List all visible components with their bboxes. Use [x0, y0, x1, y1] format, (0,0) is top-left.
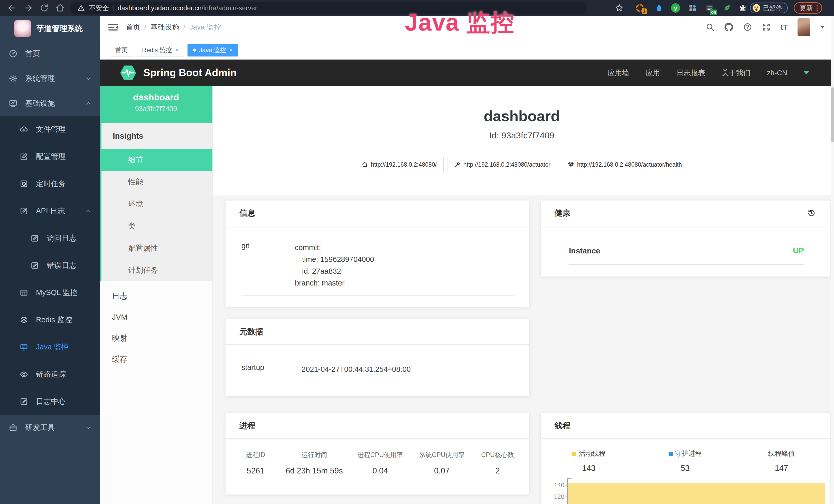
sba-nav-classes[interactable]: 类: [102, 215, 213, 237]
extension-leaf-icon[interactable]: [723, 3, 732, 13]
active-threads-area: [568, 483, 825, 504]
process-table-header: 进程ID 运行时间 进程CPU使用率 系统CPU使用率 CPU核心数: [231, 451, 524, 459]
sidebar-item-trace[interactable]: 链路追踪: [0, 361, 100, 388]
sba-nav-caches[interactable]: 缓存: [100, 349, 213, 370]
sba-nav-scheduled[interactable]: 计划任务: [102, 259, 213, 281]
instance-links: http://192.168.0.2:48080/ http://192.168…: [213, 157, 831, 172]
sba-sidebar: dashboard 93a3fc7f7409 Insights 细节 性能 环境…: [100, 86, 213, 504]
sba-nav-configprops[interactable]: 配置属性: [102, 237, 213, 259]
sba-nav-jvm[interactable]: JVM: [100, 306, 213, 328]
profile-paused-badge[interactable]: 已暂停: [750, 3, 788, 13]
browser-update-button[interactable]: 更新: [794, 2, 822, 14]
sba-nav-about[interactable]: 关于我们: [722, 68, 750, 78]
sba-instance-block[interactable]: dashboard 93a3fc7f7409: [100, 86, 213, 123]
extension-green-circle-icon[interactable]: y: [671, 3, 680, 13]
sidebar-item-java-monitor[interactable]: Java 监控: [0, 334, 100, 361]
close-icon[interactable]: [175, 47, 178, 53]
close-icon[interactable]: [229, 47, 233, 53]
sba-brand-title[interactable]: Spring Boot Admin: [143, 67, 237, 78]
extension-on-badge: on: [710, 9, 717, 15]
sidebar-item-home[interactable]: 首页: [0, 41, 100, 66]
extension-grid-icon[interactable]: [688, 3, 698, 13]
divider: [241, 383, 514, 383]
help-icon[interactable]: [743, 23, 752, 31]
browser-back-icon[interactable]: [7, 3, 17, 13]
user-avatar[interactable]: [797, 18, 810, 36]
sba-nav-journal[interactable]: 日志报表: [677, 68, 705, 78]
sba-nav-metrics[interactable]: 性能: [102, 171, 213, 193]
chevron-up-icon: [85, 208, 91, 214]
locale-caret-icon[interactable]: [804, 71, 809, 74]
search-icon[interactable]: [706, 23, 715, 31]
url-text: dashboard.yudao.iocoder.cn/infra/admin-s…: [118, 4, 257, 12]
wrench-icon: [454, 161, 460, 168]
sidebar-item-log-center[interactable]: 日志中心: [0, 388, 100, 415]
extension-orange-icon[interactable]: 1: [635, 3, 645, 13]
sidebar-item-error-log[interactable]: 错误日志: [0, 252, 100, 279]
table-icon: [20, 288, 28, 297]
address-bar[interactable]: 不安全 dashboard.yudao.iocoder.cn/infra/adm…: [70, 2, 587, 14]
fullscreen-icon[interactable]: [762, 23, 771, 31]
app-logo[interactable]: 芋道管理系统: [0, 16, 100, 41]
sidebar-item-redis-monitor[interactable]: Redis 监控: [0, 306, 100, 334]
tab-redis-monitor[interactable]: Redis 监控: [137, 44, 184, 56]
sidebar-item-scheduled-job[interactable]: 定时任务: [0, 170, 100, 198]
sba-nav-logfile[interactable]: 日志: [100, 285, 213, 306]
sba-nav-wallboard[interactable]: 应用墙: [608, 68, 629, 78]
sba-nav-env[interactable]: 环境: [102, 193, 213, 215]
health-url-link[interactable]: http://192.168.0.2:48080/actuator/health: [561, 157, 689, 172]
app-title: 芋道管理系统: [37, 23, 83, 34]
app-logo-image: [14, 20, 31, 37]
edit-square-icon: [20, 152, 28, 161]
threads-legend: 活动线程 守护进程 线程峰值: [541, 449, 830, 458]
user-menu-caret-icon[interactable]: [820, 26, 825, 28]
breadcrumb-home[interactable]: 首页: [126, 22, 140, 32]
legend-yellow-swatch: [572, 452, 576, 456]
chevron-down-icon: [85, 75, 91, 82]
status-badge: UP: [793, 246, 804, 255]
metadata-key: startup: [241, 363, 302, 375]
extension-pin-icon[interactable]: [655, 3, 664, 13]
sidebar-item-system[interactable]: 系统管理: [0, 66, 100, 91]
sidebar-item-infra[interactable]: 基础设施: [0, 91, 100, 116]
sidebar-item-mysql-monitor[interactable]: MySQL 监控: [0, 279, 100, 306]
divider: [569, 264, 804, 265]
sba-nav-mappings[interactable]: 映射: [100, 328, 213, 349]
log-edit-icon: [30, 261, 39, 270]
process-card: 进程 进程ID 运行时间 进程CPU使用率 系统CPU使用率 CPU核心数 52…: [225, 413, 529, 495]
threads-card: 线程 活动线程 守护进程 线程峰值 143 53 147 140 120 100: [541, 413, 830, 504]
tab-java-monitor[interactable]: Java 监控: [188, 44, 238, 56]
sidebar-item-file-manage[interactable]: 文件管理: [0, 116, 100, 143]
tab-home[interactable]: 首页: [110, 44, 133, 56]
browser-reload-icon[interactable]: [40, 3, 49, 13]
legend-blue-swatch: [668, 452, 673, 456]
browser-forward-icon[interactable]: [24, 3, 33, 13]
font-size-icon[interactable]: tT: [781, 23, 788, 31]
browser-menu-icon[interactable]: [816, 5, 818, 11]
sidebar-item-devtools[interactable]: 研发工具: [0, 415, 100, 440]
active-dot: [193, 48, 196, 52]
info-value: commit: time: 1596289704000 id: 27aa832 …: [295, 242, 374, 289]
health-instance-label: Instance: [569, 247, 600, 255]
scrollbar-thumb[interactable]: [831, 87, 834, 142]
threads-chart: 140 120 100: [541, 477, 830, 504]
extension-badge: 1: [642, 8, 647, 14]
extensions-puzzle-icon[interactable]: [739, 3, 748, 13]
sba-locale-select[interactable]: zh-CN: [767, 69, 787, 77]
bookmark-star-icon[interactable]: [615, 3, 624, 13]
github-icon[interactable]: [724, 23, 733, 31]
sba-nav-details[interactable]: 细节: [100, 149, 213, 171]
history-icon[interactable]: [807, 209, 816, 217]
service-url-link[interactable]: http://192.168.0.2:48080/: [355, 157, 444, 172]
log-edit-icon: [30, 234, 39, 243]
sidebar-toggle-icon[interactable]: [108, 23, 118, 31]
breadcrumb-section[interactable]: 基础设施: [151, 22, 179, 32]
browser-home-icon[interactable]: [56, 3, 65, 13]
sidebar-item-access-log[interactable]: 访问日志: [0, 225, 100, 252]
sba-nav-applications[interactable]: 应用: [646, 68, 660, 78]
sidebar-item-api-log[interactable]: API 日志: [0, 198, 100, 225]
info-card: 信息 git commit: time: 1596289704000 id: 2…: [225, 201, 529, 307]
sidebar-item-config-manage[interactable]: 配置管理: [0, 143, 100, 170]
actuator-url-link[interactable]: http://192.168.0.2:48080/actuator: [447, 157, 557, 172]
extension-list-icon[interactable]: on: [705, 3, 715, 13]
